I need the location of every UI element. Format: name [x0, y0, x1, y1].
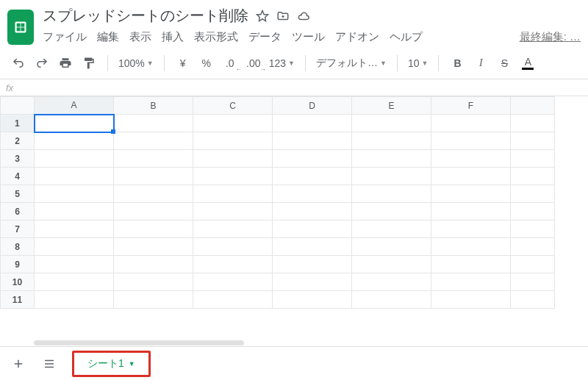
cell-C5[interactable]: [193, 185, 273, 203]
all-sheets-button[interactable]: [41, 356, 57, 372]
row-header-7[interactable]: 7: [1, 221, 35, 238]
star-icon[interactable]: [256, 10, 269, 23]
cell-E2[interactable]: [352, 132, 431, 150]
cell-A11[interactable]: [35, 291, 114, 309]
cell-F10[interactable]: [431, 273, 511, 291]
cell-B6[interactable]: [114, 203, 193, 221]
menu-データ[interactable]: データ: [248, 30, 282, 44]
cell-C6[interactable]: [193, 203, 273, 221]
cell-F1[interactable]: [431, 115, 511, 132]
row-header-8[interactable]: 8: [1, 238, 35, 256]
strikethrough-button[interactable]: S: [496, 55, 512, 71]
undo-button[interactable]: [10, 55, 26, 71]
cell-A2[interactable]: [35, 132, 114, 150]
menu-ツール[interactable]: ツール: [292, 30, 325, 44]
cell-F8[interactable]: [431, 238, 511, 256]
cell-A6[interactable]: [35, 203, 114, 221]
cell-A7[interactable]: [35, 221, 114, 238]
cell-C11[interactable]: [193, 291, 273, 309]
font-size-select[interactable]: 10▼: [408, 57, 429, 69]
cell[interactable]: [511, 185, 555, 203]
menu-アドオン[interactable]: アドオン: [335, 30, 379, 44]
cell-E7[interactable]: [352, 221, 431, 238]
cell-D5[interactable]: [273, 185, 352, 203]
cell-B10[interactable]: [114, 273, 193, 291]
cloud-status-icon[interactable]: [297, 10, 310, 23]
cell[interactable]: [511, 238, 555, 256]
cell-F9[interactable]: [431, 256, 511, 273]
select-all-corner[interactable]: [1, 97, 35, 115]
number-format-select[interactable]: 123▼: [269, 57, 295, 69]
cell[interactable]: [511, 221, 555, 238]
cell-D4[interactable]: [273, 168, 352, 185]
cell-B7[interactable]: [114, 221, 193, 238]
cell-C7[interactable]: [193, 221, 273, 238]
cell-D2[interactable]: [273, 132, 352, 150]
cell-B3[interactable]: [114, 150, 193, 168]
cell-E10[interactable]: [352, 273, 431, 291]
col-header[interactable]: [511, 97, 555, 115]
format-percent-button[interactable]: %: [198, 55, 215, 71]
horizontal-scrollbar[interactable]: [0, 339, 588, 346]
text-color-button[interactable]: A: [520, 55, 536, 71]
cell-B9[interactable]: [114, 256, 193, 273]
cell[interactable]: [511, 115, 555, 132]
cell[interactable]: [511, 150, 555, 168]
decrease-decimal-button[interactable]: .0←: [222, 55, 238, 71]
menu-ヘルプ[interactable]: ヘルプ: [390, 30, 423, 44]
menu-表示形式[interactable]: 表示形式: [194, 30, 238, 44]
row-header-5[interactable]: 5: [1, 185, 35, 203]
cell-F2[interactable]: [431, 132, 511, 150]
row-header-4[interactable]: 4: [1, 168, 35, 185]
cell-F6[interactable]: [431, 203, 511, 221]
row-header-9[interactable]: 9: [1, 256, 35, 273]
cell-B11[interactable]: [114, 291, 193, 309]
cell[interactable]: [511, 273, 555, 291]
cell-D9[interactable]: [273, 256, 352, 273]
add-sheet-button[interactable]: [10, 356, 26, 372]
cell-B4[interactable]: [114, 168, 193, 185]
menu-表示[interactable]: 表示: [129, 30, 151, 44]
cell-F11[interactable]: [431, 291, 511, 309]
cell-A4[interactable]: [35, 168, 114, 185]
cell[interactable]: [511, 256, 555, 273]
cell-E9[interactable]: [352, 256, 431, 273]
cell-E4[interactable]: [352, 168, 431, 185]
cell-C4[interactable]: [193, 168, 273, 185]
selection-handle[interactable]: [111, 129, 115, 134]
cell-B8[interactable]: [114, 238, 193, 256]
menu-編集[interactable]: 編集: [97, 30, 119, 44]
cell-F4[interactable]: [431, 168, 511, 185]
last-edit-link[interactable]: 最終編集: …: [520, 30, 581, 44]
row-header-2[interactable]: 2: [1, 132, 35, 150]
cell-E5[interactable]: [352, 185, 431, 203]
cell-A5[interactable]: [35, 185, 114, 203]
increase-decimal-button[interactable]: .00→: [245, 55, 262, 71]
cell-A10[interactable]: [35, 273, 114, 291]
cell-C9[interactable]: [193, 256, 273, 273]
cell[interactable]: [511, 132, 555, 150]
cell-D10[interactable]: [273, 273, 352, 291]
cell-E8[interactable]: [352, 238, 431, 256]
cell-D6[interactable]: [273, 203, 352, 221]
cell[interactable]: [511, 168, 555, 185]
cell-A8[interactable]: [35, 238, 114, 256]
cell-F7[interactable]: [431, 221, 511, 238]
cell-C1[interactable]: [193, 115, 273, 132]
menu-ファイル[interactable]: ファイル: [43, 30, 87, 44]
cell-A1[interactable]: [35, 115, 114, 132]
menu-挿入[interactable]: 挿入: [162, 30, 184, 44]
cell[interactable]: [511, 291, 555, 309]
cell-D7[interactable]: [273, 221, 352, 238]
move-icon[interactable]: [276, 10, 290, 23]
cell-E1[interactable]: [352, 115, 431, 132]
redo-button[interactable]: [34, 55, 50, 71]
row-header-10[interactable]: 10: [1, 273, 35, 291]
cell-B2[interactable]: [114, 132, 193, 150]
cell-E11[interactable]: [352, 291, 431, 309]
row-header-11[interactable]: 11: [1, 291, 35, 309]
col-header-E[interactable]: E: [352, 97, 431, 115]
col-header-C[interactable]: C: [193, 97, 273, 115]
sheet-tab-active[interactable]: シート1 ▼: [72, 351, 151, 377]
cell-D1[interactable]: [273, 115, 352, 132]
